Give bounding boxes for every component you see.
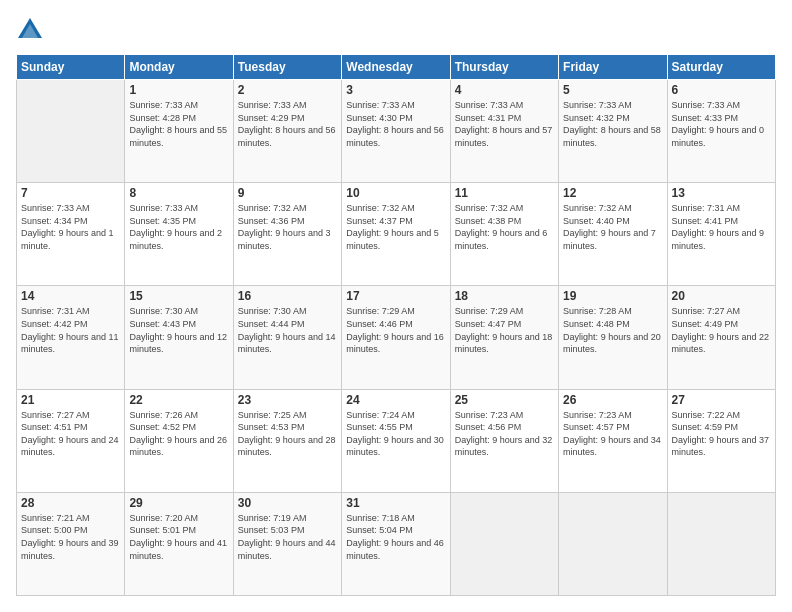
- day-info: Sunrise: 7:21 AMSunset: 5:00 PMDaylight:…: [21, 512, 120, 562]
- col-header-tuesday: Tuesday: [233, 55, 341, 80]
- day-info: Sunrise: 7:33 AMSunset: 4:29 PMDaylight:…: [238, 99, 337, 149]
- logo-icon: [16, 16, 44, 44]
- calendar-cell: 1Sunrise: 7:33 AMSunset: 4:28 PMDaylight…: [125, 80, 233, 183]
- calendar-week-4: 28Sunrise: 7:21 AMSunset: 5:00 PMDayligh…: [17, 492, 776, 595]
- calendar-cell: 17Sunrise: 7:29 AMSunset: 4:46 PMDayligh…: [342, 286, 450, 389]
- calendar-cell: 31Sunrise: 7:18 AMSunset: 5:04 PMDayligh…: [342, 492, 450, 595]
- calendar-cell: 11Sunrise: 7:32 AMSunset: 4:38 PMDayligh…: [450, 183, 558, 286]
- col-header-wednesday: Wednesday: [342, 55, 450, 80]
- day-info: Sunrise: 7:24 AMSunset: 4:55 PMDaylight:…: [346, 409, 445, 459]
- day-info: Sunrise: 7:29 AMSunset: 4:46 PMDaylight:…: [346, 305, 445, 355]
- calendar-cell: 13Sunrise: 7:31 AMSunset: 4:41 PMDayligh…: [667, 183, 775, 286]
- day-info: Sunrise: 7:31 AMSunset: 4:41 PMDaylight:…: [672, 202, 771, 252]
- calendar-week-2: 14Sunrise: 7:31 AMSunset: 4:42 PMDayligh…: [17, 286, 776, 389]
- day-info: Sunrise: 7:26 AMSunset: 4:52 PMDaylight:…: [129, 409, 228, 459]
- calendar-cell: 29Sunrise: 7:20 AMSunset: 5:01 PMDayligh…: [125, 492, 233, 595]
- day-number: 24: [346, 393, 445, 407]
- day-info: Sunrise: 7:33 AMSunset: 4:32 PMDaylight:…: [563, 99, 662, 149]
- header: [16, 16, 776, 44]
- day-number: 18: [455, 289, 554, 303]
- day-number: 13: [672, 186, 771, 200]
- day-number: 7: [21, 186, 120, 200]
- day-number: 28: [21, 496, 120, 510]
- day-number: 30: [238, 496, 337, 510]
- day-info: Sunrise: 7:32 AMSunset: 4:37 PMDaylight:…: [346, 202, 445, 252]
- calendar-cell: 6Sunrise: 7:33 AMSunset: 4:33 PMDaylight…: [667, 80, 775, 183]
- calendar-cell: 20Sunrise: 7:27 AMSunset: 4:49 PMDayligh…: [667, 286, 775, 389]
- calendar-cell: 12Sunrise: 7:32 AMSunset: 4:40 PMDayligh…: [559, 183, 667, 286]
- calendar-table: SundayMondayTuesdayWednesdayThursdayFrid…: [16, 54, 776, 596]
- day-info: Sunrise: 7:31 AMSunset: 4:42 PMDaylight:…: [21, 305, 120, 355]
- day-number: 15: [129, 289, 228, 303]
- day-number: 2: [238, 83, 337, 97]
- calendar-header-row: SundayMondayTuesdayWednesdayThursdayFrid…: [17, 55, 776, 80]
- day-info: Sunrise: 7:32 AMSunset: 4:36 PMDaylight:…: [238, 202, 337, 252]
- col-header-friday: Friday: [559, 55, 667, 80]
- calendar-cell: [667, 492, 775, 595]
- day-info: Sunrise: 7:33 AMSunset: 4:34 PMDaylight:…: [21, 202, 120, 252]
- calendar-cell: 25Sunrise: 7:23 AMSunset: 4:56 PMDayligh…: [450, 389, 558, 492]
- day-info: Sunrise: 7:28 AMSunset: 4:48 PMDaylight:…: [563, 305, 662, 355]
- day-number: 10: [346, 186, 445, 200]
- day-info: Sunrise: 7:25 AMSunset: 4:53 PMDaylight:…: [238, 409, 337, 459]
- day-number: 14: [21, 289, 120, 303]
- calendar-week-1: 7Sunrise: 7:33 AMSunset: 4:34 PMDaylight…: [17, 183, 776, 286]
- day-info: Sunrise: 7:32 AMSunset: 4:38 PMDaylight:…: [455, 202, 554, 252]
- day-number: 5: [563, 83, 662, 97]
- calendar-cell: [450, 492, 558, 595]
- calendar-week-3: 21Sunrise: 7:27 AMSunset: 4:51 PMDayligh…: [17, 389, 776, 492]
- day-number: 23: [238, 393, 337, 407]
- day-info: Sunrise: 7:33 AMSunset: 4:30 PMDaylight:…: [346, 99, 445, 149]
- calendar-cell: 28Sunrise: 7:21 AMSunset: 5:00 PMDayligh…: [17, 492, 125, 595]
- calendar-cell: 24Sunrise: 7:24 AMSunset: 4:55 PMDayligh…: [342, 389, 450, 492]
- day-number: 27: [672, 393, 771, 407]
- day-number: 31: [346, 496, 445, 510]
- day-info: Sunrise: 7:23 AMSunset: 4:56 PMDaylight:…: [455, 409, 554, 459]
- page: SundayMondayTuesdayWednesdayThursdayFrid…: [0, 0, 792, 612]
- day-number: 19: [563, 289, 662, 303]
- day-number: 8: [129, 186, 228, 200]
- calendar-cell: 18Sunrise: 7:29 AMSunset: 4:47 PMDayligh…: [450, 286, 558, 389]
- day-number: 4: [455, 83, 554, 97]
- calendar-cell: 10Sunrise: 7:32 AMSunset: 4:37 PMDayligh…: [342, 183, 450, 286]
- calendar-cell: [559, 492, 667, 595]
- calendar-cell: 3Sunrise: 7:33 AMSunset: 4:30 PMDaylight…: [342, 80, 450, 183]
- calendar-cell: [17, 80, 125, 183]
- day-info: Sunrise: 7:23 AMSunset: 4:57 PMDaylight:…: [563, 409, 662, 459]
- day-info: Sunrise: 7:32 AMSunset: 4:40 PMDaylight:…: [563, 202, 662, 252]
- day-info: Sunrise: 7:33 AMSunset: 4:35 PMDaylight:…: [129, 202, 228, 252]
- day-number: 21: [21, 393, 120, 407]
- calendar-cell: 22Sunrise: 7:26 AMSunset: 4:52 PMDayligh…: [125, 389, 233, 492]
- day-number: 11: [455, 186, 554, 200]
- logo: [16, 16, 46, 44]
- day-number: 29: [129, 496, 228, 510]
- calendar-cell: 8Sunrise: 7:33 AMSunset: 4:35 PMDaylight…: [125, 183, 233, 286]
- col-header-saturday: Saturday: [667, 55, 775, 80]
- calendar-cell: 4Sunrise: 7:33 AMSunset: 4:31 PMDaylight…: [450, 80, 558, 183]
- day-info: Sunrise: 7:22 AMSunset: 4:59 PMDaylight:…: [672, 409, 771, 459]
- calendar-cell: 5Sunrise: 7:33 AMSunset: 4:32 PMDaylight…: [559, 80, 667, 183]
- day-number: 26: [563, 393, 662, 407]
- calendar-cell: 27Sunrise: 7:22 AMSunset: 4:59 PMDayligh…: [667, 389, 775, 492]
- day-info: Sunrise: 7:29 AMSunset: 4:47 PMDaylight:…: [455, 305, 554, 355]
- day-number: 1: [129, 83, 228, 97]
- day-number: 9: [238, 186, 337, 200]
- day-info: Sunrise: 7:33 AMSunset: 4:28 PMDaylight:…: [129, 99, 228, 149]
- day-number: 20: [672, 289, 771, 303]
- calendar-cell: 14Sunrise: 7:31 AMSunset: 4:42 PMDayligh…: [17, 286, 125, 389]
- calendar-cell: 15Sunrise: 7:30 AMSunset: 4:43 PMDayligh…: [125, 286, 233, 389]
- calendar-cell: 30Sunrise: 7:19 AMSunset: 5:03 PMDayligh…: [233, 492, 341, 595]
- col-header-sunday: Sunday: [17, 55, 125, 80]
- day-info: Sunrise: 7:20 AMSunset: 5:01 PMDaylight:…: [129, 512, 228, 562]
- day-info: Sunrise: 7:19 AMSunset: 5:03 PMDaylight:…: [238, 512, 337, 562]
- calendar-cell: 7Sunrise: 7:33 AMSunset: 4:34 PMDaylight…: [17, 183, 125, 286]
- col-header-monday: Monday: [125, 55, 233, 80]
- calendar-week-0: 1Sunrise: 7:33 AMSunset: 4:28 PMDaylight…: [17, 80, 776, 183]
- day-number: 6: [672, 83, 771, 97]
- calendar-cell: 16Sunrise: 7:30 AMSunset: 4:44 PMDayligh…: [233, 286, 341, 389]
- day-info: Sunrise: 7:33 AMSunset: 4:33 PMDaylight:…: [672, 99, 771, 149]
- day-info: Sunrise: 7:30 AMSunset: 4:43 PMDaylight:…: [129, 305, 228, 355]
- day-info: Sunrise: 7:18 AMSunset: 5:04 PMDaylight:…: [346, 512, 445, 562]
- day-number: 16: [238, 289, 337, 303]
- day-info: Sunrise: 7:30 AMSunset: 4:44 PMDaylight:…: [238, 305, 337, 355]
